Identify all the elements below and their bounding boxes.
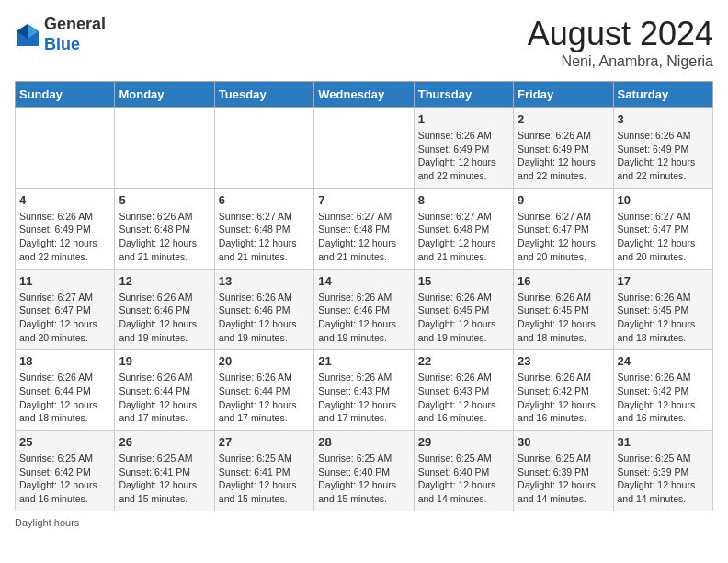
calendar-table: SundayMondayTuesdayWednesdayThursdayFrid…	[15, 81, 713, 511]
daylight-label: Daylight: 12 hours and 21 minutes.	[119, 237, 197, 262]
daylight-label: Daylight: 12 hours and 17 minutes.	[219, 399, 297, 424]
day-cell: 22 Sunrise: 6:26 AM Sunset: 6:43 PM Dayl…	[414, 350, 513, 431]
week-row-4: 18 Sunrise: 6:26 AM Sunset: 6:44 PM Dayl…	[16, 350, 713, 431]
sunset-label: Sunset: 6:42 PM	[618, 385, 689, 396]
sunset-label: Sunset: 6:45 PM	[418, 304, 490, 316]
day-cell: 25 Sunrise: 6:25 AM Sunset: 6:42 PM Dayl…	[16, 431, 115, 511]
weekday-header-saturday: Saturday	[613, 82, 712, 108]
day-number: 9	[518, 193, 609, 207]
day-cell: 15 Sunrise: 6:26 AM Sunset: 6:45 PM Dayl…	[414, 269, 513, 350]
sunrise-label: Sunrise: 6:26 AM	[19, 211, 93, 222]
sunrise-label: Sunrise: 6:26 AM	[418, 372, 492, 383]
daylight-label: Daylight: 12 hours and 17 minutes.	[318, 399, 396, 424]
day-info: Sunrise: 6:26 AM Sunset: 6:44 PM Dayligh…	[19, 371, 110, 425]
daylight-label: Daylight: 12 hours and 19 minutes.	[119, 318, 197, 343]
week-row-5: 25 Sunrise: 6:25 AM Sunset: 6:42 PM Dayl…	[16, 431, 713, 511]
day-cell: 10 Sunrise: 6:27 AM Sunset: 6:47 PM Dayl…	[613, 188, 712, 269]
day-number: 24	[618, 354, 709, 368]
daylight-label: Daylight: 12 hours and 20 minutes.	[518, 237, 596, 262]
daylight-label: Daylight: 12 hours and 22 minutes.	[19, 237, 97, 262]
day-info: Sunrise: 6:27 AM Sunset: 6:47 PM Dayligh…	[19, 291, 110, 345]
sunrise-label: Sunrise: 6:27 AM	[318, 211, 392, 222]
sunrise-label: Sunrise: 6:26 AM	[418, 130, 492, 141]
day-cell: 27 Sunrise: 6:25 AM Sunset: 6:41 PM Dayl…	[214, 431, 313, 511]
day-cell	[115, 108, 214, 189]
day-info: Sunrise: 6:26 AM Sunset: 6:46 PM Dayligh…	[318, 291, 409, 345]
daylight-label: Daylight: 12 hours and 21 minutes.	[219, 237, 297, 262]
day-cell: 19 Sunrise: 6:26 AM Sunset: 6:44 PM Dayl…	[115, 350, 214, 431]
sunrise-label: Sunrise: 6:27 AM	[518, 211, 591, 222]
day-number: 12	[119, 274, 210, 288]
sunset-label: Sunset: 6:48 PM	[418, 224, 490, 235]
day-number: 7	[318, 193, 409, 207]
day-info: Sunrise: 6:26 AM Sunset: 6:45 PM Dayligh…	[418, 291, 509, 345]
sunset-label: Sunset: 6:43 PM	[318, 385, 390, 396]
sunrise-label: Sunrise: 6:26 AM	[119, 292, 192, 303]
day-cell: 13 Sunrise: 6:26 AM Sunset: 6:46 PM Dayl…	[214, 269, 313, 350]
title-block: August 2024 Neni, Anambra, Nigeria	[528, 15, 713, 70]
daylight-label: Daylight: 12 hours and 16 minutes.	[418, 399, 496, 424]
logo-icon	[15, 22, 40, 48]
week-row-3: 11 Sunrise: 6:27 AM Sunset: 6:47 PM Dayl…	[16, 269, 713, 350]
day-info: Sunrise: 6:27 AM Sunset: 6:47 PM Dayligh…	[518, 210, 609, 264]
day-cell: 17 Sunrise: 6:26 AM Sunset: 6:45 PM Dayl…	[613, 269, 712, 350]
sunset-label: Sunset: 6:40 PM	[418, 466, 490, 477]
sunset-label: Sunset: 6:45 PM	[518, 304, 589, 316]
daylight-label: Daylight: 12 hours and 16 minutes.	[19, 479, 97, 504]
sunrise-label: Sunrise: 6:26 AM	[618, 372, 691, 383]
daylight-label: Daylight: 12 hours and 16 minutes.	[618, 399, 696, 424]
day-number: 1	[418, 112, 509, 126]
day-cell: 29 Sunrise: 6:25 AM Sunset: 6:40 PM Dayl…	[414, 431, 513, 511]
day-cell: 3 Sunrise: 6:26 AM Sunset: 6:49 PM Dayli…	[613, 108, 712, 189]
sunrise-label: Sunrise: 6:26 AM	[518, 372, 591, 383]
sunrise-label: Sunrise: 6:27 AM	[219, 211, 292, 222]
sunrise-label: Sunrise: 6:25 AM	[618, 453, 691, 464]
weekday-header-thursday: Thursday	[414, 82, 513, 108]
logo-text: General Blue	[44, 15, 106, 54]
sunset-label: Sunset: 6:46 PM	[219, 304, 290, 316]
weekday-header-friday: Friday	[514, 82, 613, 108]
day-number: 28	[318, 435, 409, 449]
day-info: Sunrise: 6:25 AM Sunset: 6:40 PM Dayligh…	[418, 452, 509, 506]
daylight-label: Daylight: 12 hours and 21 minutes.	[418, 237, 496, 262]
day-cell: 8 Sunrise: 6:27 AM Sunset: 6:48 PM Dayli…	[414, 188, 513, 269]
day-info: Sunrise: 6:26 AM Sunset: 6:43 PM Dayligh…	[418, 371, 509, 425]
day-info: Sunrise: 6:26 AM Sunset: 6:45 PM Dayligh…	[518, 291, 609, 345]
sunrise-label: Sunrise: 6:26 AM	[219, 292, 292, 303]
daylight-label: Daylight: 12 hours and 20 minutes.	[618, 237, 696, 262]
daylight-label: Daylight: 12 hours and 22 minutes.	[518, 156, 596, 181]
sunset-label: Sunset: 6:40 PM	[318, 466, 390, 477]
sunrise-label: Sunrise: 6:26 AM	[119, 372, 192, 383]
day-number: 2	[518, 112, 609, 126]
daylight-label: Daylight: 12 hours and 14 minutes.	[418, 479, 496, 504]
logo: General Blue	[15, 15, 106, 54]
day-info: Sunrise: 6:26 AM Sunset: 6:42 PM Dayligh…	[518, 371, 609, 425]
weekday-header-row: SundayMondayTuesdayWednesdayThursdayFrid…	[16, 82, 713, 108]
sunset-label: Sunset: 6:41 PM	[219, 466, 290, 477]
day-info: Sunrise: 6:27 AM Sunset: 6:48 PM Dayligh…	[219, 210, 310, 264]
day-cell: 14 Sunrise: 6:26 AM Sunset: 6:46 PM Dayl…	[314, 269, 414, 350]
sunrise-label: Sunrise: 6:26 AM	[618, 292, 691, 303]
sunrise-label: Sunrise: 6:26 AM	[219, 372, 292, 383]
day-info: Sunrise: 6:25 AM Sunset: 6:39 PM Dayligh…	[518, 452, 609, 506]
weekday-header-wednesday: Wednesday	[314, 82, 414, 108]
day-info: Sunrise: 6:26 AM Sunset: 6:46 PM Dayligh…	[119, 291, 210, 345]
day-info: Sunrise: 6:26 AM Sunset: 6:49 PM Dayligh…	[418, 129, 509, 183]
calendar-header: SundayMondayTuesdayWednesdayThursdayFrid…	[16, 82, 713, 108]
day-info: Sunrise: 6:26 AM Sunset: 6:46 PM Dayligh…	[219, 291, 310, 345]
day-number: 27	[219, 435, 310, 449]
sunset-label: Sunset: 6:47 PM	[518, 224, 589, 235]
day-cell: 4 Sunrise: 6:26 AM Sunset: 6:49 PM Dayli…	[16, 188, 115, 269]
sunrise-label: Sunrise: 6:25 AM	[219, 453, 292, 464]
day-cell: 6 Sunrise: 6:27 AM Sunset: 6:48 PM Dayli…	[214, 188, 313, 269]
day-cell: 12 Sunrise: 6:26 AM Sunset: 6:46 PM Dayl…	[115, 269, 214, 350]
daylight-label: Daylight: 12 hours and 18 minutes.	[618, 318, 696, 343]
sunrise-label: Sunrise: 6:26 AM	[418, 292, 492, 303]
day-number: 3	[618, 112, 709, 126]
main-title: August 2024	[528, 15, 713, 53]
day-info: Sunrise: 6:26 AM Sunset: 6:45 PM Dayligh…	[618, 291, 709, 345]
daylight-label: Daylight: 12 hours and 19 minutes.	[219, 318, 297, 343]
day-cell: 16 Sunrise: 6:26 AM Sunset: 6:45 PM Dayl…	[514, 269, 613, 350]
sunset-label: Sunset: 6:42 PM	[19, 466, 91, 477]
day-number: 14	[318, 274, 409, 288]
